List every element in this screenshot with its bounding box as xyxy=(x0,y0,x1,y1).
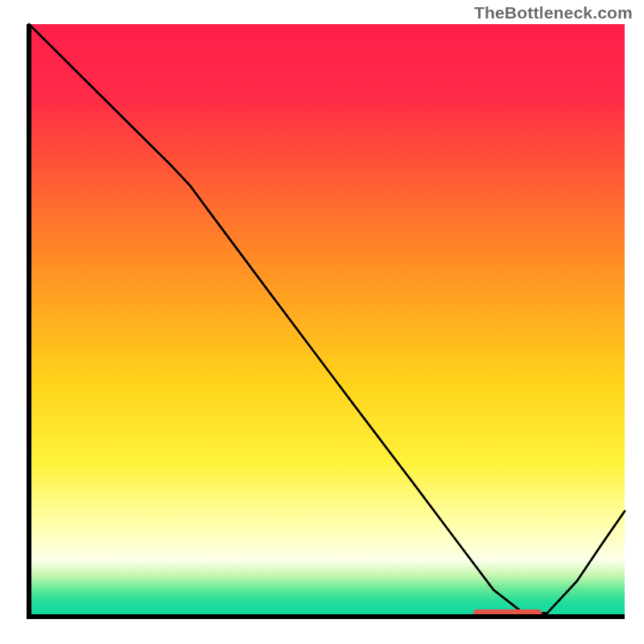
chart-canvas xyxy=(0,0,644,644)
watermark-text: TheBottleneck.com xyxy=(474,3,633,23)
